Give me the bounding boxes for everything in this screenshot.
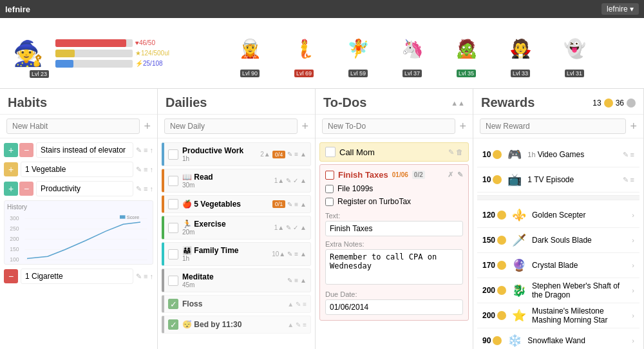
vg-icon: 🎮 (506, 146, 524, 164)
habit-stairs-edit-icon[interactable]: ✎ (136, 146, 142, 155)
habit-cigarette-label: 1 Cigarette (21, 269, 133, 284)
subtask-turbotax-checkbox[interactable] (325, 198, 334, 206)
exercise-edit-icon[interactable]: ✎ (286, 224, 291, 231)
habit-vegetable-plus[interactable]: + (4, 162, 18, 176)
finish-taxes-text-input[interactable] (325, 221, 463, 236)
daily-floss-checkbox[interactable]: ✓ (168, 299, 178, 309)
finish-taxes-delete-icon[interactable]: ✗ (448, 171, 453, 179)
habit-productivity-edit-icon[interactable]: ✎ (136, 185, 142, 193)
party-sprite-5: 🧛 (501, 30, 540, 68)
habit-productivity-minus[interactable]: − (19, 182, 33, 196)
mp-bar-bg (55, 60, 133, 68)
bed-bars-icon: ≡ (303, 321, 307, 328)
dailies-header: Dailies (158, 89, 315, 115)
daily-read-title: 📖 Read (182, 173, 270, 182)
habit-stairs: + − Stairs instead of elevator ✎ ≡ ↑ (4, 142, 153, 158)
daily-family-time-checkbox[interactable] (168, 249, 178, 259)
party-member-5: 🧛 Lvl 33 (495, 30, 546, 77)
user-dropdown[interactable]: lefnire ▾ (601, 3, 639, 15)
habit-stairs-minus[interactable]: − (19, 143, 33, 157)
daily-5veg-checkbox[interactable] (168, 199, 178, 209)
habit-productivity-plus[interactable]: + (4, 182, 18, 196)
tv-edit-icon[interactable]: ✎ (623, 176, 629, 184)
reward-golden-scepter: 120 ⚜️ Golden Scepter › (477, 203, 639, 228)
floss-edit-icon[interactable]: ✎ (296, 301, 301, 308)
family-edit-icon[interactable]: ✎ (287, 250, 292, 258)
finish-taxes-due-input[interactable] (325, 299, 463, 315)
cb-label: Crystal Blade (532, 261, 628, 270)
finish-taxes-text-field: Text: (325, 212, 463, 236)
habit-cigarette-minus[interactable]: − (4, 269, 18, 283)
dailies-add-button[interactable]: + (301, 120, 308, 132)
5veg-edit-icon[interactable]: ✎ (287, 201, 292, 208)
daily-productive-work-sub: 1h (182, 155, 256, 162)
todo-call-mom-checkbox[interactable] (325, 147, 336, 157)
daily-productive-work-checkbox[interactable] (168, 149, 178, 160)
meditate-signal-icon: ▲ (300, 277, 307, 284)
productive-work-count: 0/4 (272, 151, 286, 158)
cb-cost: 170 (482, 261, 506, 270)
subtask-1099-checkbox[interactable] (325, 185, 334, 193)
cb-coin (497, 261, 506, 270)
family-streak: 10▲ (272, 250, 285, 258)
avatar-sprite: 🧙 (13, 41, 43, 66)
daily-bed-by-checkbox[interactable]: ✓ (168, 319, 178, 330)
family-signal-icon: ▲ (300, 250, 307, 258)
todos-body: Call Mom ✎ 🗑 Finish Taxes 01/06 0/2 ✗ ✎ (316, 138, 473, 349)
dsb-icon: 🗡️ (510, 231, 528, 249)
mu-actions: › (632, 312, 634, 319)
todos-chart-icon: ▲▲ (451, 99, 465, 107)
reward-stephen-weber: 200 🐉 Stephen Weber's Shaft of the Drago… (477, 278, 639, 303)
floss-signal-icon: ▲ (287, 301, 294, 308)
daily-meditate: Meditate 45m ✎ ≡ ▲ (162, 269, 311, 292)
finish-taxes-checkbox[interactable] (325, 171, 334, 180)
finish-taxes-date: 01/06 (392, 171, 408, 178)
sw-coin (497, 286, 506, 295)
rewards-add-input[interactable] (480, 118, 626, 134)
sw2-arrow-icon: › (632, 337, 634, 344)
habit-stairs-plus[interactable]: + (4, 143, 18, 157)
call-mom-edit-icon[interactable]: ✎ (448, 148, 454, 156)
cb-arrow-icon: › (632, 261, 634, 269)
habit-productivity-up-icon[interactable]: ↑ (150, 185, 154, 193)
daily-read-checkbox[interactable] (168, 176, 178, 186)
todos-add-button[interactable]: + (459, 120, 466, 132)
finish-taxes-edit-icon[interactable]: ✎ (457, 171, 463, 179)
svg-text:Score: Score (127, 214, 139, 220)
daily-exercise-meta: 1▲ ✎ ✓ ▲ (274, 224, 307, 231)
call-mom-delete-icon[interactable]: 🗑 (456, 148, 463, 156)
silver-coin-icon (627, 99, 636, 108)
todos-add-input[interactable] (322, 118, 455, 134)
bed-edit-icon[interactable]: ✎ (296, 321, 301, 328)
productive-work-edit-icon[interactable]: ✎ (287, 151, 292, 158)
meditate-edit-icon[interactable]: ✎ (287, 277, 292, 284)
5veg-signal-icon: ▲ (300, 201, 307, 208)
habit-vegetable-up-icon[interactable]: ↑ (150, 165, 154, 174)
rewards-body: 10 🎮 1h Video Games ✎ ≡ 10 📺 1 TV Episod… (473, 138, 643, 349)
svg-text:200: 200 (10, 236, 19, 242)
history-chart-svg: 100 150 200 250 300 (7, 212, 150, 263)
exercise-check-icon[interactable]: ✓ (293, 224, 298, 231)
finish-taxes-label: Finish Taxes (338, 170, 388, 180)
habit-vegetable-edit-icon[interactable]: ✎ (136, 165, 142, 174)
habit-cigarette-up-icon[interactable]: ↑ (150, 272, 154, 281)
party-sprite-1: 🧜 (285, 30, 323, 68)
habits-add-button[interactable]: + (144, 120, 151, 132)
habit-cigarette-edit-icon[interactable]: ✎ (136, 272, 142, 281)
habit-stairs-up-icon[interactable]: ↑ (150, 146, 154, 155)
party-member-3: 🦄 Lvl 37 (386, 30, 438, 77)
read-check-icon[interactable]: ✓ (293, 177, 298, 184)
rewards-add-button[interactable]: + (630, 120, 637, 132)
daily-floss-content: Floss (182, 299, 283, 308)
read-edit-icon[interactable]: ✎ (286, 177, 291, 184)
habits-add-input[interactable] (6, 118, 140, 134)
daily-exercise-checkbox[interactable] (168, 223, 178, 233)
vg-edit-icon[interactable]: ✎ (623, 151, 629, 159)
party-level-0: Lvl 90 (240, 70, 260, 77)
daily-productive-work-title: Productive Work (182, 146, 256, 155)
finish-taxes-notes-textarea[interactable]: Remember to call CPA on Wednesday (325, 249, 463, 285)
gs-coin (497, 211, 506, 220)
party-sprite-2: 🧚 (339, 30, 377, 68)
daily-meditate-checkbox[interactable] (168, 276, 178, 286)
dailies-add-input[interactable] (164, 118, 298, 134)
